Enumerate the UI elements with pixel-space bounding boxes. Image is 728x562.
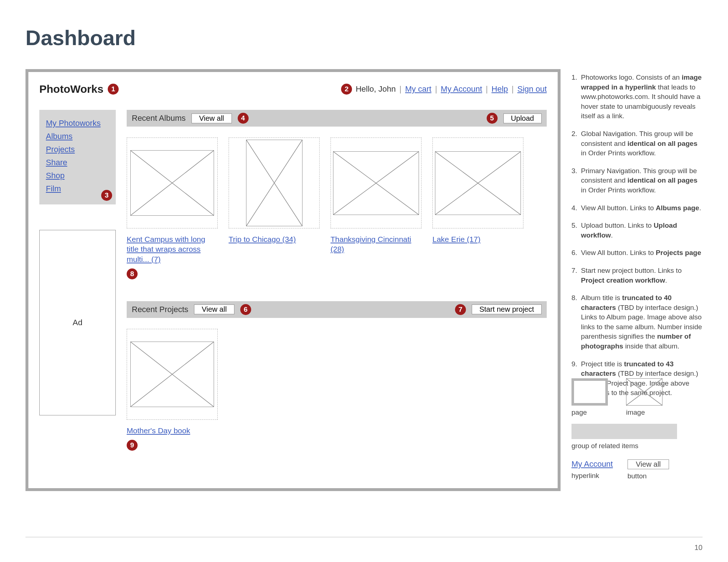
album-item: Lake Erie (17) — [432, 137, 523, 279]
view-all-projects-button[interactable]: View all — [194, 304, 234, 314]
ad-placeholder: Ad — [39, 230, 116, 415]
callout-3: 3 — [101, 190, 112, 201]
sidebar-item-shop[interactable]: Shop — [46, 171, 109, 180]
album-item: Thanksgiving Cincinnati (28) — [331, 137, 422, 279]
legend-hyperlink-example: My Account — [571, 459, 613, 469]
start-new-project-button[interactable]: Start new project — [472, 304, 542, 314]
callout-9: 9 — [127, 440, 138, 451]
album-thumb[interactable] — [127, 137, 218, 228]
project-item: Mother's Day book 9 — [127, 329, 218, 451]
nav-help[interactable]: Help — [491, 84, 508, 94]
annotation-item: View All button. Links to Albums page. — [571, 203, 703, 213]
album-link[interactable]: Thanksgiving Cincinnati (28) — [331, 234, 422, 254]
legend-button-example: View all — [628, 459, 669, 469]
sidebar-item-projects[interactable]: Projects — [46, 145, 109, 154]
annotations-list: Photoworks logo. Consists of an image wr… — [571, 73, 703, 406]
legend-group-swatch — [571, 424, 677, 439]
albums-row: Kent Campus with long title that wraps a… — [127, 137, 547, 279]
sidebar-item-my-photoworks[interactable]: My Photoworks — [46, 119, 109, 128]
page-title: Dashboard — [25, 25, 136, 50]
annotation-item: View All button. Links to Projects page — [571, 248, 703, 258]
recent-albums-title: Recent Albums — [132, 113, 186, 123]
nav-sign-out[interactable]: Sign out — [517, 84, 547, 94]
album-link[interactable]: Trip to Chicago (34) — [229, 234, 320, 244]
app-header: PhotoWorks 1 2 Hello, John | My cart | M… — [39, 83, 547, 95]
global-nav: 2 Hello, John | My cart | My Account | H… — [341, 84, 547, 95]
legend-button-label: button — [628, 472, 669, 480]
page-rule — [25, 537, 703, 537]
page-number: 10 — [695, 543, 703, 552]
album-thumb[interactable] — [229, 137, 320, 228]
annotation-item: Global Navigation. This group will be co… — [571, 129, 703, 158]
view-all-albums-button[interactable]: View all — [191, 113, 232, 123]
album-thumb[interactable] — [331, 137, 422, 228]
album-thumb[interactable] — [432, 137, 523, 228]
album-link[interactable]: Kent Campus with long title that wraps a… — [127, 234, 218, 264]
legend-group-label: group of related items — [571, 442, 703, 450]
callout-5: 5 — [487, 113, 498, 124]
greeting-text: Hello, John — [356, 84, 396, 94]
recent-projects-title: Recent Projects — [132, 305, 188, 314]
callout-4: 4 — [238, 113, 249, 124]
album-item: Trip to Chicago (34) — [229, 137, 320, 279]
album-item: Kent Campus with long title that wraps a… — [127, 137, 218, 279]
legend-image-swatch — [626, 378, 662, 406]
recent-albums-bar: Recent Albums View all 4 5 Upload — [127, 110, 547, 127]
legend-image-label: image — [626, 408, 662, 416]
recent-projects-bar: Recent Projects View all 6 7 Start new p… — [127, 301, 547, 318]
sidebar-item-film[interactable]: Film — [46, 184, 109, 194]
annotation-item: Album title is truncated to 40 character… — [571, 293, 703, 351]
wireframe-frame: PhotoWorks 1 2 Hello, John | My cart | M… — [25, 69, 561, 491]
logo[interactable]: PhotoWorks — [39, 83, 103, 95]
annotation-item: Photoworks logo. Consists of an image wr… — [571, 73, 703, 121]
legend-page-label: page — [571, 408, 608, 416]
upload-button[interactable]: Upload — [503, 113, 542, 123]
sidebar-item-albums[interactable]: Albums — [46, 132, 109, 141]
project-link[interactable]: Mother's Day book — [127, 426, 218, 435]
callout-2: 2 — [341, 84, 352, 95]
nav-my-account[interactable]: My Account — [441, 84, 482, 94]
callout-8: 8 — [127, 268, 138, 279]
primary-nav: My Photoworks Albums Projects Share Shop… — [39, 110, 116, 204]
annotation-item: Upload button. Links to Upload workflow. — [571, 221, 703, 240]
annotation-item: Primary Navigation. This group will be c… — [571, 166, 703, 195]
callout-7: 7 — [455, 304, 466, 315]
sidebar-item-share[interactable]: Share — [46, 158, 109, 167]
album-link[interactable]: Lake Erie (17) — [432, 234, 523, 244]
project-thumb[interactable] — [127, 329, 218, 420]
legend-hyperlink-label: hyperlink — [571, 472, 613, 480]
legend-page-swatch — [571, 378, 608, 406]
callout-6: 6 — [240, 304, 251, 315]
nav-my-cart[interactable]: My cart — [405, 84, 431, 94]
legend: page image group of related items My Acc… — [571, 378, 703, 484]
projects-row: Mother's Day book 9 — [127, 329, 547, 451]
annotation-item: Start new project button. Links to Proje… — [571, 266, 703, 285]
callout-1: 1 — [108, 84, 119, 95]
